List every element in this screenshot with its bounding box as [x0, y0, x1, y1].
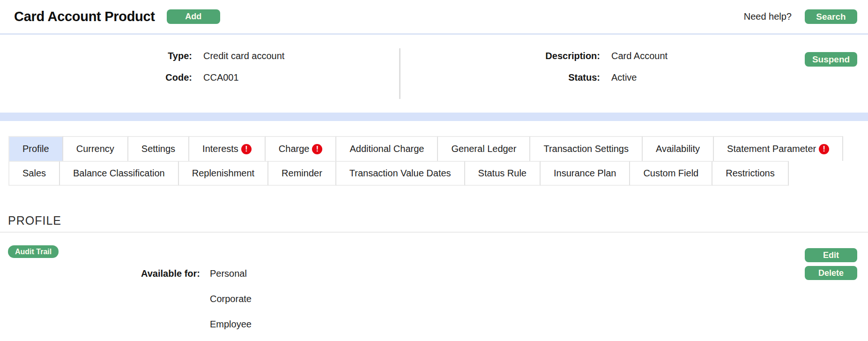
- delete-button[interactable]: Delete: [805, 266, 857, 280]
- status-label: Status:: [400, 72, 600, 83]
- tab-label: Transaction Settings: [543, 144, 629, 154]
- available-for-value-corporate: Corporate: [210, 294, 252, 304]
- status-value: Active: [611, 72, 637, 83]
- summary-left-column: Type: Credit card account Code: CCA001: [0, 35, 400, 113]
- alert-icon: !: [312, 144, 322, 154]
- tab-label: Settings: [141, 144, 175, 154]
- tab-sales[interactable]: Sales: [8, 161, 60, 186]
- tab-status-rule[interactable]: Status Rule: [465, 161, 541, 186]
- description-label: Description:: [400, 51, 600, 61]
- page-title: Card Account Product: [14, 9, 155, 24]
- tab-label: Availability: [656, 144, 700, 154]
- available-for-value-employee: Employee: [210, 319, 252, 330]
- tab-label: Profile: [22, 144, 49, 154]
- tab-label: Insurance Plan: [554, 168, 616, 179]
- tab-profile[interactable]: Profile: [8, 136, 63, 161]
- tab-statement-parameter[interactable]: Statement Parameter!: [714, 136, 843, 161]
- column-divider: [399, 48, 401, 99]
- code-label: Code:: [0, 72, 192, 83]
- profile-section-body: Audit Trail Available for: Personal Corp…: [0, 233, 868, 341]
- alert-icon: !: [241, 144, 252, 154]
- blue-accent-bar: [0, 113, 868, 121]
- tab-label: Statement Parameter: [727, 144, 816, 154]
- tab-label: Balance Classification: [73, 168, 165, 179]
- tab-label: General Ledger: [451, 144, 516, 154]
- tab-balance-classification[interactable]: Balance Classification: [60, 161, 179, 186]
- tab-label: Custom Field: [643, 168, 698, 179]
- tab-settings[interactable]: Settings: [128, 136, 189, 161]
- tab-restrictions[interactable]: Restrictions: [712, 161, 788, 186]
- status-field: Status: Active: [400, 72, 756, 83]
- type-label: Type:: [0, 51, 192, 61]
- description-field: Description: Card Account: [400, 51, 756, 61]
- available-for-value-personal: Personal: [210, 268, 252, 279]
- tab-replenishment[interactable]: Replenishment: [179, 161, 268, 186]
- tab-bar: Profile Currency Settings Interests! Cha…: [0, 136, 868, 186]
- audit-trail-button[interactable]: Audit Trail: [8, 245, 59, 258]
- tab-charge[interactable]: Charge!: [266, 136, 337, 161]
- tab-transaction-settings[interactable]: Transaction Settings: [530, 136, 643, 161]
- summary-right-column: Description: Card Account Status: Active: [400, 35, 756, 113]
- code-field: Code: CCA001: [0, 72, 400, 83]
- search-button[interactable]: Search: [805, 9, 857, 24]
- description-value: Card Account: [611, 51, 668, 61]
- tab-label: Replenishment: [192, 168, 254, 179]
- tab-currency[interactable]: Currency: [63, 136, 128, 161]
- tab-interests[interactable]: Interests!: [189, 136, 266, 161]
- tab-label: Additional Charge: [349, 144, 424, 154]
- tab-reminder[interactable]: Reminder: [268, 161, 336, 186]
- profile-action-buttons: Edit Delete: [805, 248, 857, 280]
- tab-label: Currency: [76, 144, 114, 154]
- tab-label: Transaction Value Dates: [349, 168, 451, 179]
- type-field: Type: Credit card account: [0, 51, 400, 61]
- tab-insurance-plan[interactable]: Insurance Plan: [541, 161, 630, 186]
- tab-label: Sales: [22, 168, 46, 179]
- tab-row-2: Sales Balance Classification Replenishme…: [8, 161, 868, 186]
- need-help-text: Need help?: [744, 11, 792, 22]
- available-for-field: Available for: Personal Corporate Employ…: [0, 268, 868, 341]
- header-bar: Card Account Product Add Need help? Sear…: [0, 0, 868, 35]
- tab-custom-field[interactable]: Custom Field: [630, 161, 712, 186]
- tab-row-1: Profile Currency Settings Interests! Cha…: [8, 136, 868, 161]
- type-value: Credit card account: [203, 51, 284, 61]
- alert-icon: !: [819, 144, 829, 154]
- tab-availability[interactable]: Availability: [643, 136, 714, 161]
- product-summary: Type: Credit card account Code: CCA001 D…: [0, 35, 868, 113]
- tab-transaction-value-dates[interactable]: Transaction Value Dates: [336, 161, 465, 186]
- profile-section-heading: PROFILE: [8, 214, 868, 227]
- available-for-label: Available for:: [0, 268, 200, 341]
- tab-label: Status Rule: [478, 168, 527, 179]
- available-for-values: Personal Corporate Employee: [210, 268, 252, 341]
- tab-label: Reminder: [282, 168, 322, 179]
- tab-additional-charge[interactable]: Additional Charge: [336, 136, 438, 161]
- tab-label: Restrictions: [726, 168, 774, 179]
- code-value: CCA001: [203, 72, 239, 83]
- edit-button[interactable]: Edit: [805, 248, 857, 262]
- add-button[interactable]: Add: [167, 9, 220, 24]
- suspend-button[interactable]: Suspend: [805, 52, 857, 67]
- tab-label: Charge: [279, 144, 310, 154]
- tab-label: Interests: [202, 144, 238, 154]
- tab-general-ledger[interactable]: General Ledger: [438, 136, 530, 161]
